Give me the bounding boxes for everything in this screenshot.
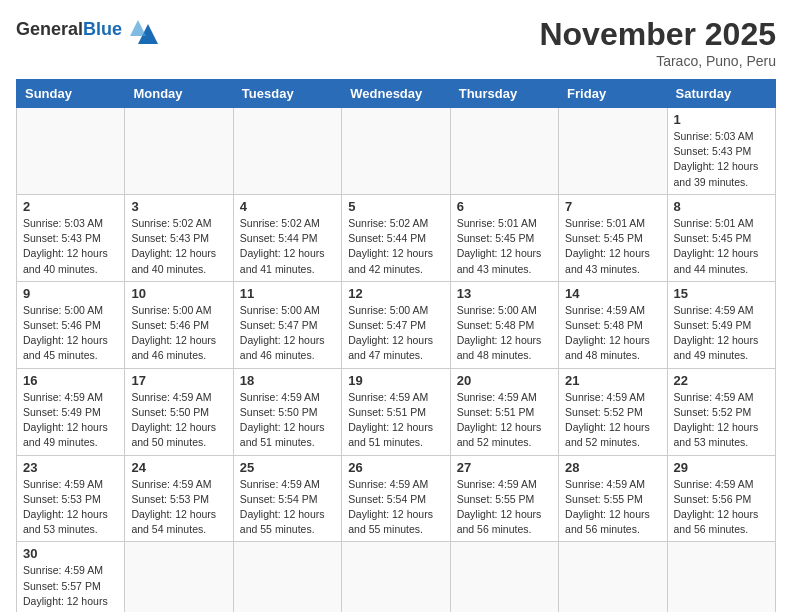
day-info: Sunrise: 5:01 AM Sunset: 5:45 PM Dayligh…: [565, 216, 660, 277]
table-cell: 24Sunrise: 4:59 AM Sunset: 5:53 PM Dayli…: [125, 455, 233, 542]
day-info: Sunrise: 4:59 AM Sunset: 5:51 PM Dayligh…: [457, 390, 552, 451]
table-cell: [450, 108, 558, 195]
day-number: 12: [348, 286, 443, 301]
day-number: 11: [240, 286, 335, 301]
day-number: 22: [674, 373, 769, 388]
logo-general: GeneralBlue: [16, 20, 122, 40]
table-cell: [559, 542, 667, 612]
table-cell: [125, 542, 233, 612]
table-cell: 11Sunrise: 5:00 AM Sunset: 5:47 PM Dayli…: [233, 281, 341, 368]
table-cell: 1Sunrise: 5:03 AM Sunset: 5:43 PM Daylig…: [667, 108, 775, 195]
day-info: Sunrise: 5:00 AM Sunset: 5:47 PM Dayligh…: [240, 303, 335, 364]
week-row-3: 9Sunrise: 5:00 AM Sunset: 5:46 PM Daylig…: [17, 281, 776, 368]
table-cell: 26Sunrise: 4:59 AM Sunset: 5:54 PM Dayli…: [342, 455, 450, 542]
table-cell: [667, 542, 775, 612]
day-info: Sunrise: 5:02 AM Sunset: 5:44 PM Dayligh…: [348, 216, 443, 277]
day-info: Sunrise: 5:00 AM Sunset: 5:46 PM Dayligh…: [23, 303, 118, 364]
day-info: Sunrise: 4:59 AM Sunset: 5:51 PM Dayligh…: [348, 390, 443, 451]
day-info: Sunrise: 5:03 AM Sunset: 5:43 PM Dayligh…: [23, 216, 118, 277]
day-number: 18: [240, 373, 335, 388]
day-number: 24: [131, 460, 226, 475]
calendar-subtitle: Taraco, Puno, Peru: [539, 53, 776, 69]
day-info: Sunrise: 5:00 AM Sunset: 5:46 PM Dayligh…: [131, 303, 226, 364]
table-cell: 20Sunrise: 4:59 AM Sunset: 5:51 PM Dayli…: [450, 368, 558, 455]
day-number: 26: [348, 460, 443, 475]
table-cell: 14Sunrise: 4:59 AM Sunset: 5:48 PM Dayli…: [559, 281, 667, 368]
day-number: 27: [457, 460, 552, 475]
day-info: Sunrise: 4:59 AM Sunset: 5:52 PM Dayligh…: [565, 390, 660, 451]
week-row-4: 16Sunrise: 4:59 AM Sunset: 5:49 PM Dayli…: [17, 368, 776, 455]
day-info: Sunrise: 5:02 AM Sunset: 5:43 PM Dayligh…: [131, 216, 226, 277]
day-number: 3: [131, 199, 226, 214]
table-cell: [559, 108, 667, 195]
table-cell: [342, 108, 450, 195]
day-number: 6: [457, 199, 552, 214]
day-info: Sunrise: 5:01 AM Sunset: 5:45 PM Dayligh…: [457, 216, 552, 277]
day-number: 5: [348, 199, 443, 214]
day-number: 20: [457, 373, 552, 388]
day-number: 25: [240, 460, 335, 475]
day-number: 21: [565, 373, 660, 388]
day-info: Sunrise: 4:59 AM Sunset: 5:52 PM Dayligh…: [674, 390, 769, 451]
col-sunday: Sunday: [17, 80, 125, 108]
table-cell: 13Sunrise: 5:00 AM Sunset: 5:48 PM Dayli…: [450, 281, 558, 368]
table-cell: 21Sunrise: 4:59 AM Sunset: 5:52 PM Dayli…: [559, 368, 667, 455]
table-cell: 19Sunrise: 4:59 AM Sunset: 5:51 PM Dayli…: [342, 368, 450, 455]
day-number: 10: [131, 286, 226, 301]
day-number: 19: [348, 373, 443, 388]
table-cell: 29Sunrise: 4:59 AM Sunset: 5:56 PM Dayli…: [667, 455, 775, 542]
table-cell: 4Sunrise: 5:02 AM Sunset: 5:44 PM Daylig…: [233, 194, 341, 281]
table-cell: 28Sunrise: 4:59 AM Sunset: 5:55 PM Dayli…: [559, 455, 667, 542]
table-cell: 27Sunrise: 4:59 AM Sunset: 5:55 PM Dayli…: [450, 455, 558, 542]
day-info: Sunrise: 4:59 AM Sunset: 5:53 PM Dayligh…: [23, 477, 118, 538]
day-info: Sunrise: 4:59 AM Sunset: 5:48 PM Dayligh…: [565, 303, 660, 364]
day-info: Sunrise: 4:59 AM Sunset: 5:56 PM Dayligh…: [674, 477, 769, 538]
table-cell: 6Sunrise: 5:01 AM Sunset: 5:45 PM Daylig…: [450, 194, 558, 281]
day-info: Sunrise: 4:59 AM Sunset: 5:57 PM Dayligh…: [23, 563, 118, 612]
day-info: Sunrise: 4:59 AM Sunset: 5:53 PM Dayligh…: [131, 477, 226, 538]
table-cell: [233, 542, 341, 612]
day-number: 30: [23, 546, 118, 561]
day-info: Sunrise: 4:59 AM Sunset: 5:49 PM Dayligh…: [23, 390, 118, 451]
col-saturday: Saturday: [667, 80, 775, 108]
day-info: Sunrise: 5:00 AM Sunset: 5:48 PM Dayligh…: [457, 303, 552, 364]
table-cell: 10Sunrise: 5:00 AM Sunset: 5:46 PM Dayli…: [125, 281, 233, 368]
logo: GeneralBlue: [16, 16, 158, 44]
day-info: Sunrise: 4:59 AM Sunset: 5:55 PM Dayligh…: [457, 477, 552, 538]
table-cell: 9Sunrise: 5:00 AM Sunset: 5:46 PM Daylig…: [17, 281, 125, 368]
day-number: 28: [565, 460, 660, 475]
table-cell: 15Sunrise: 4:59 AM Sunset: 5:49 PM Dayli…: [667, 281, 775, 368]
week-row-2: 2Sunrise: 5:03 AM Sunset: 5:43 PM Daylig…: [17, 194, 776, 281]
table-cell: 3Sunrise: 5:02 AM Sunset: 5:43 PM Daylig…: [125, 194, 233, 281]
table-cell: 30Sunrise: 4:59 AM Sunset: 5:57 PM Dayli…: [17, 542, 125, 612]
day-info: Sunrise: 5:00 AM Sunset: 5:47 PM Dayligh…: [348, 303, 443, 364]
day-number: 9: [23, 286, 118, 301]
day-info: Sunrise: 5:02 AM Sunset: 5:44 PM Dayligh…: [240, 216, 335, 277]
day-number: 17: [131, 373, 226, 388]
logo-triangle-icon: [130, 16, 158, 44]
col-tuesday: Tuesday: [233, 80, 341, 108]
day-number: 23: [23, 460, 118, 475]
calendar-table: Sunday Monday Tuesday Wednesday Thursday…: [16, 79, 776, 612]
day-info: Sunrise: 4:59 AM Sunset: 5:55 PM Dayligh…: [565, 477, 660, 538]
table-cell: 8Sunrise: 5:01 AM Sunset: 5:45 PM Daylig…: [667, 194, 775, 281]
col-wednesday: Wednesday: [342, 80, 450, 108]
col-friday: Friday: [559, 80, 667, 108]
day-number: 14: [565, 286, 660, 301]
table-cell: 7Sunrise: 5:01 AM Sunset: 5:45 PM Daylig…: [559, 194, 667, 281]
day-number: 7: [565, 199, 660, 214]
week-row-5: 23Sunrise: 4:59 AM Sunset: 5:53 PM Dayli…: [17, 455, 776, 542]
table-cell: 16Sunrise: 4:59 AM Sunset: 5:49 PM Dayli…: [17, 368, 125, 455]
day-number: 29: [674, 460, 769, 475]
table-cell: 5Sunrise: 5:02 AM Sunset: 5:44 PM Daylig…: [342, 194, 450, 281]
week-row-1: 1Sunrise: 5:03 AM Sunset: 5:43 PM Daylig…: [17, 108, 776, 195]
table-cell: 12Sunrise: 5:00 AM Sunset: 5:47 PM Dayli…: [342, 281, 450, 368]
col-monday: Monday: [125, 80, 233, 108]
table-cell: 25Sunrise: 4:59 AM Sunset: 5:54 PM Dayli…: [233, 455, 341, 542]
day-info: Sunrise: 5:01 AM Sunset: 5:45 PM Dayligh…: [674, 216, 769, 277]
table-cell: [17, 108, 125, 195]
calendar-header-row: Sunday Monday Tuesday Wednesday Thursday…: [17, 80, 776, 108]
day-info: Sunrise: 4:59 AM Sunset: 5:50 PM Dayligh…: [131, 390, 226, 451]
calendar-title-area: November 2025 Taraco, Puno, Peru: [539, 16, 776, 69]
svg-marker-1: [130, 20, 146, 36]
